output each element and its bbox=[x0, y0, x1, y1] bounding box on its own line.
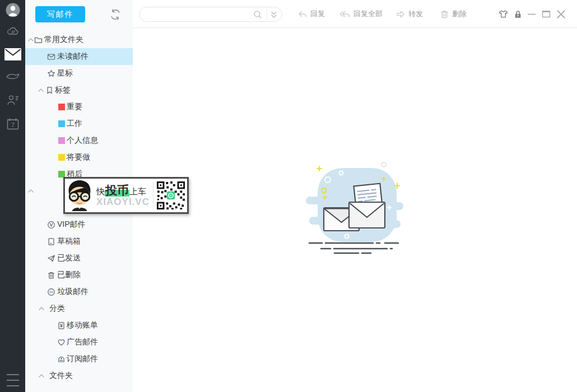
tree-item-label-todo[interactable]: 将要做 bbox=[25, 149, 133, 166]
tree-item-folders[interactable]: 文件夹 bbox=[25, 367, 133, 384]
reply-all-button[interactable]: 回复全部 bbox=[339, 0, 383, 28]
tree-item-label: 已发送 bbox=[57, 253, 81, 263]
close-button[interactable] bbox=[556, 0, 566, 28]
forward-icon bbox=[395, 10, 406, 19]
watermark-qr-code bbox=[156, 181, 185, 210]
tree-item-junk-mail[interactable]: 垃圾邮件 bbox=[25, 283, 133, 300]
star-icon bbox=[47, 69, 55, 78]
draft-icon bbox=[47, 237, 55, 246]
message-pane bbox=[133, 28, 577, 392]
collapse-arrow-icon[interactable] bbox=[38, 88, 44, 92]
calendar-day: 7 bbox=[11, 122, 14, 128]
tree-item-mobile-bills[interactable]: 移动账单 bbox=[25, 317, 133, 334]
mail-client-window: 7 写邮件 常用文件夹未读邮件星标标签重要工作个人信息将要做稍后VIP邮件草稿箱… bbox=[0, 0, 577, 392]
shirt-icon bbox=[498, 10, 509, 18]
vip-icon bbox=[47, 221, 55, 229]
label-color-swatch bbox=[58, 104, 65, 110]
tree-item-subscription-mail[interactable]: 订阅邮件 bbox=[25, 351, 133, 367]
contacts-icon[interactable] bbox=[0, 94, 25, 107]
tree-item-ad-mail[interactable]: 广告邮件 bbox=[25, 334, 133, 351]
tree-item-drafts[interactable]: 草稿箱 bbox=[25, 233, 133, 250]
tree-item-categories[interactable]: 分类 bbox=[25, 300, 133, 317]
ad-icon bbox=[57, 338, 66, 347]
mail-icon bbox=[47, 53, 55, 61]
search-box[interactable] bbox=[139, 7, 282, 22]
tree-item-label: 草稿箱 bbox=[57, 236, 81, 246]
maximize-button[interactable] bbox=[542, 0, 551, 28]
tree-item-label-work[interactable]: 工作 bbox=[25, 115, 133, 132]
watermark-avatar bbox=[65, 179, 94, 212]
collapse-arrow-icon[interactable] bbox=[39, 307, 44, 310]
collapse-arrow-icon[interactable] bbox=[28, 38, 34, 41]
toolbar: 回复 回复全部 转发 删除 bbox=[133, 0, 577, 28]
tree-item-label: 工作 bbox=[67, 119, 82, 129]
minimize-button[interactable] bbox=[527, 0, 536, 28]
skin-theme-button[interactable] bbox=[498, 0, 509, 28]
collapse-arrow-icon[interactable] bbox=[39, 374, 44, 377]
folder-sidebar: 写邮件 常用文件夹未读邮件星标标签重要工作个人信息将要做稍后VIP邮件草稿箱已发… bbox=[25, 0, 133, 392]
tree-item-label: 个人信息 bbox=[67, 136, 98, 146]
tree-item-label-personal[interactable]: 个人信息 bbox=[25, 132, 133, 149]
tree-item-label: 订阅邮件 bbox=[67, 354, 98, 364]
refresh-icon[interactable] bbox=[109, 8, 122, 21]
search-divider bbox=[267, 7, 267, 21]
label-color-swatch bbox=[58, 137, 65, 144]
subscribe-icon bbox=[57, 355, 66, 363]
calendar-icon[interactable]: 7 bbox=[0, 117, 25, 130]
tree-item-starred[interactable]: 星标 bbox=[25, 65, 133, 82]
watermark-text: 快投币上车 XIAOYI.VC bbox=[96, 184, 150, 207]
tree-item-label: 分类 bbox=[49, 304, 65, 314]
tree-item-label: 移动账单 bbox=[67, 320, 98, 330]
tree-item-label: 广告邮件 bbox=[67, 337, 98, 347]
tree-item-label: 垃圾邮件 bbox=[57, 287, 89, 297]
watermark-banner: 快投币上车 XIAOYI.VC bbox=[63, 177, 189, 214]
delete-button[interactable]: 删除 bbox=[440, 0, 467, 28]
tree-item-label: VIP邮件 bbox=[57, 220, 86, 230]
tree-item-label: 常用文件夹 bbox=[44, 35, 83, 45]
collapse-arrow-icon[interactable] bbox=[28, 189, 34, 193]
forward-button[interactable]: 转发 bbox=[395, 0, 423, 28]
block-icon bbox=[47, 288, 55, 296]
tree-item-label: 重要 bbox=[67, 102, 82, 112]
tree-item-label: 已删除 bbox=[57, 270, 81, 280]
label-color-swatch bbox=[58, 154, 65, 161]
mail-icon[interactable] bbox=[0, 48, 25, 60]
reply-button[interactable]: 回复 bbox=[297, 0, 325, 28]
cloud-sync-icon[interactable] bbox=[0, 25, 25, 36]
tree-item-unread-mail[interactable]: 未读邮件 bbox=[25, 48, 133, 65]
tree-item-vip-mail[interactable]: VIP邮件 bbox=[25, 216, 133, 233]
empty-state-illustration bbox=[300, 161, 412, 259]
label-color-swatch bbox=[58, 120, 65, 127]
tree-item-deleted[interactable]: 已删除 bbox=[25, 267, 133, 283]
tree-item-tags[interactable]: 标签 bbox=[25, 82, 133, 99]
minimize-icon bbox=[527, 10, 536, 18]
maximize-icon bbox=[542, 10, 551, 18]
search-options-chevron-icon[interactable] bbox=[271, 10, 277, 19]
user-avatar[interactable] bbox=[0, 3, 25, 17]
tag-icon bbox=[45, 86, 54, 95]
fish-icon[interactable] bbox=[0, 72, 25, 80]
tree-item-label: 文件夹 bbox=[49, 371, 73, 381]
app-rail: 7 bbox=[0, 0, 25, 392]
reply-all-icon bbox=[339, 10, 351, 19]
trash-icon bbox=[47, 271, 55, 279]
search-input[interactable] bbox=[146, 10, 253, 19]
tree-item-sent[interactable]: 已发送 bbox=[25, 250, 133, 267]
tree-item-label-important[interactable]: 重要 bbox=[25, 99, 133, 115]
menu-icon[interactable] bbox=[0, 373, 25, 388]
folder-icon bbox=[34, 36, 43, 44]
tree-item-label: 星标 bbox=[57, 68, 73, 78]
search-icon[interactable] bbox=[253, 10, 262, 19]
compose-button[interactable]: 写邮件 bbox=[35, 6, 85, 22]
tree-item-label: 将要做 bbox=[67, 152, 90, 162]
lock-icon bbox=[513, 10, 523, 19]
tree-item-label: 未读邮件 bbox=[57, 52, 89, 62]
send-icon bbox=[47, 254, 55, 263]
delete-icon bbox=[440, 10, 449, 19]
bill-icon bbox=[57, 321, 66, 330]
close-icon bbox=[556, 10, 566, 19]
lock-button[interactable] bbox=[513, 0, 523, 28]
tree-item-label: 标签 bbox=[55, 85, 71, 95]
tree-item-common-folders[interactable]: 常用文件夹 bbox=[25, 31, 133, 48]
reply-icon bbox=[297, 10, 308, 19]
